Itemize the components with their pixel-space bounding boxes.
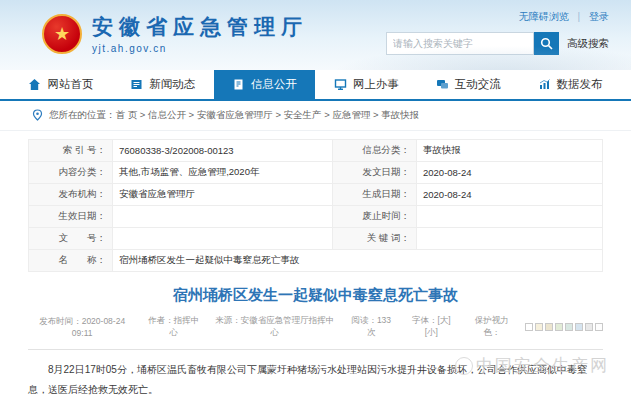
color-swatch[interactable] bbox=[535, 323, 543, 331]
field-value-repeal-date bbox=[417, 206, 603, 228]
article-meta: 发布时间：2020-08-24 09:11 作者：指挥中心 来源：安徽省应急管理… bbox=[28, 315, 603, 339]
field-value-doc-number bbox=[113, 228, 333, 250]
top-utility-links: 无障碍浏览 | 登录 bbox=[519, 10, 609, 24]
breadcrumb-text: 您所在的位置：首 页 > 信息公开 > 安徽省应急管理厅 > 安全生产 > 应急… bbox=[49, 109, 419, 122]
field-value-name: 宿州埇桥区发生一起疑似中毒窒息死亡事故 bbox=[113, 250, 603, 272]
main-nav: 网站首页 新闻动态 信息公开 bbox=[0, 70, 631, 101]
nav-label: 网上办事 bbox=[353, 77, 399, 92]
search-area: 高级搜索 bbox=[386, 32, 609, 55]
table-row: 内容分类： 其他,市场监管、应急管理,2020年 发文日期： 2020-08-2… bbox=[29, 162, 603, 184]
location-pin-icon bbox=[32, 109, 43, 122]
news-icon bbox=[130, 78, 143, 91]
field-label-keywords: 关 键 词： bbox=[333, 228, 417, 250]
nav-label: 信息公开 bbox=[251, 77, 297, 92]
field-label-effective-date: 生效日期： bbox=[29, 206, 113, 228]
field-label-content-category: 内容分类： bbox=[29, 162, 113, 184]
page: ★ 安徽省应急管理厅 yjt.ah.gov.cn 无障碍浏览 | 登录 高级搜索 bbox=[0, 0, 631, 406]
read-count: 阅读：133 次 bbox=[346, 315, 396, 339]
nav-item-home[interactable]: 网站首页 bbox=[10, 70, 112, 99]
links-divider: | bbox=[578, 11, 581, 22]
field-label-info-category: 信息分类： bbox=[333, 140, 417, 162]
article-title: 宿州埇桥区发生一起疑似中毒窒息死亡事故 bbox=[28, 286, 603, 305]
breadcrumb: 您所在的位置：首 页 > 信息公开 > 安徽省应急管理厅 > 安全生产 > 应急… bbox=[0, 101, 631, 131]
source: 来源：安徽省应急管理厅指挥中心 bbox=[211, 315, 338, 339]
home-icon bbox=[28, 78, 41, 91]
field-value-index-no: 76080338-3/202008-00123 bbox=[113, 140, 333, 162]
color-swatch[interactable] bbox=[585, 323, 593, 331]
color-swatch[interactable] bbox=[555, 323, 563, 331]
nav-item-news[interactable]: 新闻动态 bbox=[112, 70, 214, 99]
body-paragraph: 8月22日17时05分，埇桥区温氏畜牧有限公司下属蒙圩种猪场污水处理站因污水提升… bbox=[28, 360, 603, 400]
nav-label: 互动交流 bbox=[455, 77, 501, 92]
site-header: ★ 安徽省应急管理厅 yjt.ah.gov.cn 无障碍浏览 | 登录 高级搜索 bbox=[0, 0, 631, 70]
site-domain: yjt.ah.gov.cn bbox=[92, 43, 308, 54]
login-link[interactable]: 登录 bbox=[589, 11, 609, 22]
nav-item-interaction[interactable]: 互动交流 bbox=[417, 70, 519, 99]
nav-label: 网站首页 bbox=[47, 77, 93, 92]
field-label-index-no: 索 引 号： bbox=[29, 140, 113, 162]
monitor-icon bbox=[334, 78, 347, 91]
accessibility-link[interactable]: 无障碍浏览 bbox=[519, 11, 569, 22]
body-text-1: 8月22日17时05分，埇桥区温氏畜牧有限公司下属蒙圩种猪场污水处理站因污水提升… bbox=[48, 364, 547, 375]
protect-color-label: 保护视力色： bbox=[466, 315, 517, 339]
table-row: 名 称： 宿州埇桥区发生一起疑似中毒窒息死亡事故 bbox=[29, 250, 603, 272]
field-value-issue-date: 2020-08-24 bbox=[417, 162, 603, 184]
nav-label: 数据发布 bbox=[557, 77, 603, 92]
color-swatch[interactable] bbox=[595, 323, 603, 331]
color-swatch[interactable] bbox=[565, 323, 573, 331]
table-row: 发布机构： 安徽省应急管理厅 生成日期： 2020-08-24 bbox=[29, 184, 603, 206]
chart-icon bbox=[538, 78, 551, 91]
search-button[interactable] bbox=[534, 32, 559, 55]
protect-color-swatches bbox=[525, 323, 603, 331]
color-swatch[interactable] bbox=[575, 323, 583, 331]
publish-time: 发布时间：2020-08-24 09:11 bbox=[28, 316, 136, 338]
color-swatch[interactable] bbox=[525, 323, 533, 331]
brand: ★ 安徽省应急管理厅 yjt.ah.gov.cn bbox=[42, 13, 308, 54]
article-body: 8月22日17时05分，埇桥区温氏畜牧有限公司下属蒙圩种猪场污水处理站因污水提升… bbox=[28, 360, 603, 400]
nav-item-info-disclosure[interactable]: 信息公开 bbox=[214, 70, 316, 99]
table-row: 文 号： 关 键 词： bbox=[29, 228, 603, 250]
field-value-info-category: 事故快报 bbox=[417, 140, 603, 162]
info-disclosure-icon bbox=[232, 78, 245, 91]
divider bbox=[28, 349, 603, 350]
table-row: 索 引 号： 76080338-3/202008-00123 信息分类： 事故快… bbox=[29, 140, 603, 162]
document-info-table: 索 引 号： 76080338-3/202008-00123 信息分类： 事故快… bbox=[28, 139, 603, 272]
nav-item-data-release[interactable]: 数据发布 bbox=[519, 70, 621, 99]
field-label-publisher: 发布机构： bbox=[29, 184, 113, 206]
font-size-switch[interactable]: 字体：[大] [小] bbox=[404, 315, 458, 339]
field-value-effective-date bbox=[113, 206, 333, 228]
field-value-publisher: 安徽省应急管理厅 bbox=[113, 184, 333, 206]
field-label-issue-date: 发文日期： bbox=[333, 162, 417, 184]
nav-item-online-service[interactable]: 网上办事 bbox=[315, 70, 417, 99]
table-row: 生效日期： 废止时间： bbox=[29, 206, 603, 228]
field-label-name: 名 称： bbox=[29, 250, 113, 272]
field-label-doc-number: 文 号： bbox=[29, 228, 113, 250]
field-value-content-category: 其他,市场监管、应急管理,2020年 bbox=[113, 162, 333, 184]
search-input[interactable] bbox=[386, 32, 534, 55]
chat-icon bbox=[436, 78, 449, 91]
field-label-repeal-date: 废止时间： bbox=[333, 206, 417, 228]
field-value-keywords bbox=[417, 228, 603, 250]
color-swatch[interactable] bbox=[545, 323, 553, 331]
national-emblem-logo: ★ bbox=[42, 14, 82, 54]
search-icon bbox=[540, 37, 553, 50]
field-value-generated-date: 2020-08-24 bbox=[417, 184, 603, 206]
advanced-search-link[interactable]: 高级搜索 bbox=[567, 37, 609, 51]
nav-label: 新闻动态 bbox=[149, 77, 195, 92]
author: 作者：指挥中心 bbox=[144, 315, 203, 339]
content-card: 索 引 号： 76080338-3/202008-00123 信息分类： 事故快… bbox=[28, 139, 603, 400]
field-label-generated-date: 生成日期： bbox=[333, 184, 417, 206]
site-title: 安徽省应急管理厅 bbox=[92, 13, 308, 41]
